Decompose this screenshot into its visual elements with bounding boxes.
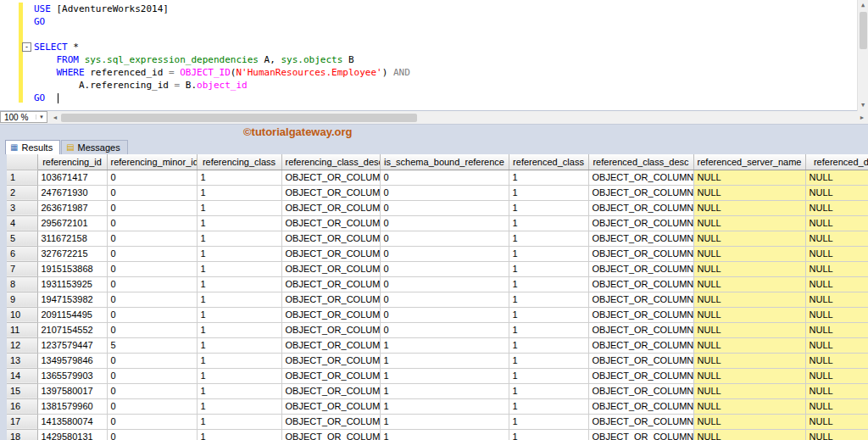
grid-cell[interactable]: 0 — [107, 292, 197, 307]
grid-cell[interactable]: 103671417 — [37, 170, 107, 185]
grid-cell[interactable]: 1 — [509, 215, 588, 231]
grid-cell[interactable]: 1 — [197, 261, 281, 276]
grid-cell[interactable]: 1 — [197, 231, 281, 246]
grid-cell[interactable]: 0 — [107, 414, 197, 429]
grid-cell[interactable]: 1 — [509, 246, 588, 261]
grid-cell[interactable]: 0 — [380, 185, 509, 200]
grid-cell[interactable]: OBJECT_OR_COLUMN — [281, 307, 380, 322]
scrollbar-thumb[interactable] — [860, 12, 867, 49]
scroll-left-icon[interactable]: ◄ — [49, 114, 61, 120]
grid-cell[interactable]: 1 — [509, 170, 588, 185]
grid-cell[interactable]: OBJECT_OR_COLUMN — [588, 276, 693, 292]
grid-cell[interactable]: 1397580017 — [37, 383, 107, 398]
row-number[interactable]: 9 — [7, 292, 37, 307]
grid-cell[interactable]: NULL — [805, 429, 868, 440]
row-number[interactable]: 13 — [7, 353, 37, 368]
grid-cell[interactable]: 1 — [509, 398, 588, 414]
grid-cell[interactable]: 1 — [509, 307, 588, 322]
grid-cell[interactable]: NULL — [693, 292, 805, 307]
grid-cell[interactable]: OBJECT_OR_COLUMN — [281, 398, 380, 414]
grid-cell[interactable]: 1 — [509, 322, 588, 337]
grid-cell[interactable]: OBJECT_OR_COLUMN — [281, 292, 380, 307]
column-header[interactable]: referencing_class_desc — [281, 154, 380, 170]
grid-cell[interactable]: 1 — [509, 292, 588, 307]
horizontal-scrollbar[interactable]: ◄ ► — [49, 111, 868, 124]
grid-cell[interactable]: OBJECT_OR_COLUMN — [281, 429, 380, 440]
scroll-down-icon[interactable]: ▼ — [861, 100, 865, 111]
grid-cell[interactable]: 1 — [509, 276, 588, 292]
grid-cell[interactable]: 1 — [509, 261, 588, 276]
grid-cell[interactable]: 263671987 — [37, 200, 107, 215]
grid-cell[interactable]: OBJECT_OR_COLUMN — [281, 185, 380, 200]
grid-cell[interactable]: OBJECT_OR_COLUMN — [281, 337, 380, 353]
grid-cell[interactable]: OBJECT_OR_COLUMN — [281, 383, 380, 398]
grid-cell[interactable]: 0 — [380, 322, 509, 337]
grid-cell[interactable]: 1 — [197, 429, 281, 440]
grid-cell[interactable]: NULL — [805, 200, 868, 215]
grid-cell[interactable]: 1 — [197, 414, 281, 429]
grid-cell[interactable]: NULL — [805, 307, 868, 322]
grid-cell[interactable]: OBJECT_OR_COLUMN — [588, 414, 693, 429]
grid-cell[interactable]: NULL — [693, 215, 805, 231]
grid-cell[interactable]: NULL — [805, 353, 868, 368]
grid-cell[interactable]: OBJECT_OR_COLUMN — [588, 200, 693, 215]
grid-cell[interactable]: 1 — [509, 383, 588, 398]
grid-cell[interactable]: NULL — [693, 261, 805, 276]
grid-cell[interactable]: 0 — [107, 322, 197, 337]
grid-cell[interactable]: 1 — [197, 292, 281, 307]
grid-cell[interactable]: 1365579903 — [37, 368, 107, 383]
grid-cell[interactable]: NULL — [805, 231, 868, 246]
grid-cell[interactable]: 1 — [197, 246, 281, 261]
grid-cell[interactable]: 1 — [380, 368, 509, 383]
grid-cell[interactable]: 327672215 — [37, 246, 107, 261]
grid-cell[interactable]: 0 — [107, 215, 197, 231]
grid-cell[interactable]: OBJECT_OR_COLUMN — [588, 307, 693, 322]
grid-cell[interactable]: NULL — [693, 383, 805, 398]
grid-cell[interactable]: 1 — [197, 307, 281, 322]
grid-cell[interactable]: 1381579960 — [37, 398, 107, 414]
chevron-down-icon[interactable]: ▼ — [36, 114, 47, 120]
grid-cell[interactable]: NULL — [693, 337, 805, 353]
grid-cell[interactable]: 0 — [107, 307, 197, 322]
grid-cell[interactable]: 1 — [197, 200, 281, 215]
grid-cell[interactable]: 1 — [197, 170, 281, 185]
select-all-corner[interactable] — [7, 154, 37, 170]
grid-cell[interactable]: OBJECT_OR_COLUMN — [588, 398, 693, 414]
grid-cell[interactable]: 1 — [509, 414, 588, 429]
grid-cell[interactable]: 1 — [197, 215, 281, 231]
tab-results[interactable]: ▦ Results — [5, 140, 60, 154]
scroll-up-icon[interactable]: ▲ — [861, 0, 865, 11]
grid-cell[interactable]: OBJECT_OR_COLUMN — [281, 231, 380, 246]
grid-cell[interactable]: OBJECT_OR_COLUMN — [281, 170, 380, 185]
column-header[interactable]: is_schema_bound_reference — [380, 154, 509, 170]
grid-cell[interactable]: 0 — [107, 276, 197, 292]
grid-cell[interactable]: NULL — [693, 429, 805, 440]
grid-cell[interactable]: 1 — [197, 185, 281, 200]
grid-cell[interactable]: 311672158 — [37, 231, 107, 246]
grid-cell[interactable]: NULL — [693, 414, 805, 429]
grid-cell[interactable]: 1 — [509, 185, 588, 200]
grid-cell[interactable]: OBJECT_OR_COLUMN — [588, 322, 693, 337]
grid-cell[interactable]: 1 — [509, 429, 588, 440]
grid-cell[interactable]: 1 — [380, 383, 509, 398]
grid-cell[interactable]: 0 — [107, 261, 197, 276]
grid-cell[interactable]: OBJECT_OR_COLUMN — [588, 383, 693, 398]
grid-cell[interactable]: NULL — [693, 231, 805, 246]
grid-cell[interactable]: 1413580074 — [37, 414, 107, 429]
grid-cell[interactable]: 1 — [380, 429, 509, 440]
grid-cell[interactable]: 5 — [107, 337, 197, 353]
grid-cell[interactable]: 1 — [197, 337, 281, 353]
grid-cell[interactable]: NULL — [805, 398, 868, 414]
grid-cell[interactable]: 1 — [380, 414, 509, 429]
grid-cell[interactable]: 0 — [107, 170, 197, 185]
grid-cell[interactable]: 0 — [380, 276, 509, 292]
row-number[interactable]: 12 — [7, 337, 37, 353]
row-number[interactable]: 5 — [7, 231, 37, 246]
grid-cell[interactable]: 0 — [107, 231, 197, 246]
row-number[interactable]: 16 — [7, 398, 37, 414]
grid-cell[interactable]: OBJECT_OR_COLUMN — [588, 292, 693, 307]
grid-cell[interactable]: OBJECT_OR_COLUMN — [281, 322, 380, 337]
row-number[interactable]: 2 — [7, 185, 37, 200]
grid-cell[interactable]: NULL — [693, 322, 805, 337]
grid-cell[interactable]: OBJECT_OR_COLUMN — [588, 261, 693, 276]
